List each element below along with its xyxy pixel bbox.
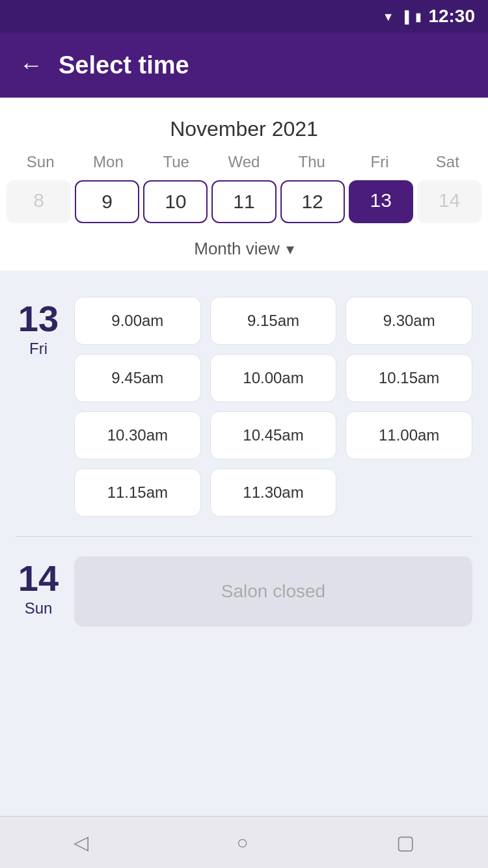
status-bar: 12:30 [0, 0, 488, 33]
status-time: 12:30 [428, 6, 475, 27]
cal-day-9[interactable]: 9 [75, 180, 139, 223]
time-slot-1030am[interactable]: 10.30am [74, 411, 201, 459]
day-14-label: 14 Sun [16, 556, 61, 617]
month-view-label: Month view [194, 239, 280, 259]
cal-day-10[interactable]: 10 [143, 180, 208, 223]
weekday-thu: Thu [278, 148, 346, 176]
header: ← Select time [0, 33, 488, 98]
day-13-number: 13 [18, 301, 59, 337]
recent-nav-icon[interactable]: ▢ [396, 831, 414, 854]
weekday-sat: Sat [414, 148, 481, 176]
weekday-tue: Tue [142, 148, 210, 176]
time-grid-13: 9.00am 9.15am 9.30am 9.45am 10.00am 10.1… [74, 297, 472, 517]
home-nav-icon[interactable]: ○ [236, 832, 248, 854]
cal-day-12[interactable]: 12 [280, 180, 345, 223]
time-slot-915am[interactable]: 9.15am [210, 297, 337, 345]
month-view-toggle[interactable]: Month view ▾ [0, 230, 488, 271]
time-slot-900am[interactable]: 9.00am [74, 297, 201, 345]
section-divider [16, 536, 472, 537]
day-14-name: Sun [25, 599, 53, 617]
page-title: Select time [59, 51, 189, 79]
time-slot-1000am[interactable]: 10.00am [210, 354, 337, 402]
signal-icon [401, 9, 409, 24]
day-13-label: 13 Fri [16, 297, 61, 358]
week-header: Sun Mon Tue Wed Thu Fri Sat [0, 148, 488, 176]
calendar-row: 8 9 10 11 12 13 14 [0, 180, 488, 223]
day-14-section: 14 Sun Salon closed [0, 543, 488, 640]
time-slot-1015am[interactable]: 10.15am [346, 354, 472, 402]
cal-day-14[interactable]: 14 [417, 180, 481, 223]
time-slots-section: 13 Fri 9.00am 9.15am 9.30am 9.45am 10.00… [0, 271, 488, 816]
cal-day-11[interactable]: 11 [211, 180, 276, 223]
time-slot-1100am[interactable]: 11.00am [346, 411, 472, 459]
status-icons: 12:30 [383, 6, 475, 27]
weekday-fri: Fri [346, 148, 413, 176]
calendar-section: November 2021 Sun Mon Tue Wed Thu Fri Sa… [0, 98, 488, 271]
cal-day-8[interactable]: 8 [7, 180, 71, 223]
chevron-down-icon: ▾ [286, 240, 294, 258]
weekday-wed: Wed [210, 148, 278, 176]
month-year-label: November 2021 [0, 111, 488, 148]
time-slot-930am[interactable]: 9.30am [346, 297, 472, 345]
back-button[interactable]: ← [20, 51, 43, 79]
bottom-nav: ◁ ○ ▢ [0, 816, 488, 868]
weekday-sun: Sun [7, 148, 74, 176]
time-slot-1115am[interactable]: 11.15am [74, 468, 201, 517]
time-slot-945am[interactable]: 9.45am [74, 354, 201, 402]
salon-closed-box: Salon closed [74, 556, 472, 627]
time-slot-1045am[interactable]: 10.45am [210, 411, 337, 459]
day-14-number: 14 [18, 560, 59, 597]
wifi-icon [383, 9, 394, 24]
weekday-mon: Mon [74, 148, 142, 176]
day-13-section: 13 Fri 9.00am 9.15am 9.30am 9.45am 10.00… [0, 284, 488, 530]
day-13-name: Fri [29, 340, 47, 358]
cal-day-13[interactable]: 13 [349, 180, 413, 223]
back-nav-icon[interactable]: ◁ [74, 831, 88, 854]
battery-icon [415, 9, 422, 24]
time-slot-1130am[interactable]: 11.30am [210, 468, 337, 517]
